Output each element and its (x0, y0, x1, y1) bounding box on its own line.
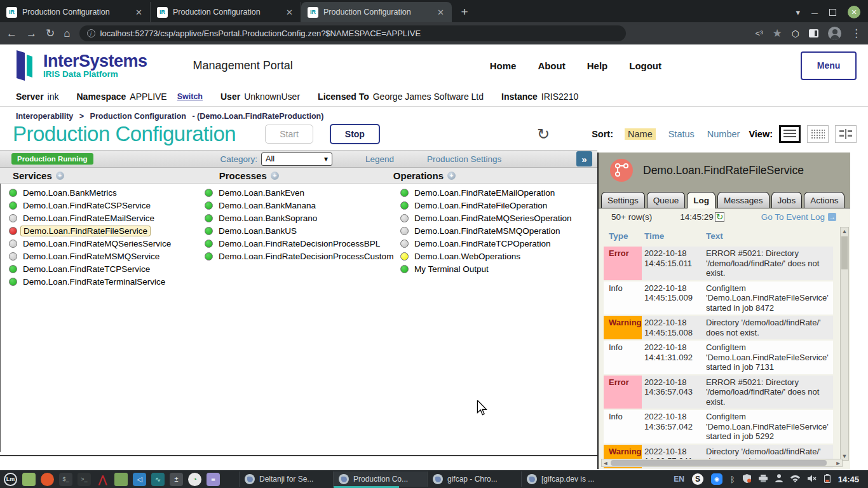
service-item[interactable]: Demo.Loan.FindRateEMailService (9, 212, 200, 224)
scroll-up-icon[interactable] (841, 227, 848, 235)
production-settings-link[interactable]: Production Settings (427, 154, 501, 164)
vertical-scroll-thumb[interactable] (841, 236, 848, 269)
item-name[interactable]: Demo.Loan.FindRateDecisionProcessCustom (219, 252, 393, 261)
firefox-launcher-icon[interactable] (41, 473, 54, 486)
sort-option[interactable]: Status (668, 129, 695, 139)
tab-search-chevron-icon[interactable] (796, 8, 800, 17)
item-name[interactable]: Demo.Loan.BankUS (219, 226, 297, 236)
back-icon[interactable]: ← (6, 27, 17, 40)
mint-menu-icon[interactable]: Lm (4, 473, 17, 486)
profile-avatar[interactable] (828, 27, 841, 40)
process-item[interactable]: Demo.Loan.BankManana (205, 199, 395, 212)
operation-item[interactable]: My Terminal Output (400, 262, 591, 275)
shield-icon[interactable] (743, 474, 751, 485)
browser-menu-icon[interactable]: ⋮ (851, 27, 862, 40)
taskbar-window-button[interactable]: Deltanji for Se... (239, 471, 333, 487)
zoom-tray-icon[interactable]: ◉ (711, 473, 722, 485)
item-name[interactable]: Demo.Loan.FindRateTCPService (23, 264, 150, 274)
forward-icon[interactable]: → (26, 27, 37, 40)
panel-tab[interactable]: Actions (804, 192, 844, 208)
category-select[interactable]: All (261, 152, 332, 166)
scroll-right-icon[interactable] (834, 459, 842, 466)
item-name[interactable]: Demo.Loan.BankEven (219, 188, 304, 198)
process-item[interactable]: Demo.Loan.BankSoprano (205, 212, 395, 224)
item-name[interactable]: Demo.Loan.FindRateTCPOperation (414, 239, 551, 248)
stop-button[interactable]: Stop (330, 124, 380, 144)
service-item[interactable]: Demo.Loan.FindRateCSPService (9, 199, 200, 212)
taskbar-clock[interactable]: 14:45 (838, 475, 859, 484)
vscode-icon[interactable]: ◁ (133, 473, 146, 486)
printer-icon[interactable] (759, 475, 768, 484)
log-row[interactable]: Error 2022-10-18 14:36:57.043 ERROR #502… (604, 376, 833, 410)
browser-tab[interactable]: IR Production Configuration (0, 2, 151, 22)
panel-tab[interactable]: Messages (717, 192, 770, 208)
item-name[interactable]: Demo.Loan.FindRateDecisionProcessBPL (219, 239, 380, 248)
tab-close-icon[interactable] (134, 8, 144, 17)
process-item[interactable]: Demo.Loan.BankUS (205, 224, 395, 237)
item-name[interactable]: Demo.Loan.FindRateTerminalService (23, 277, 165, 287)
panel-tab[interactable]: Queue (647, 192, 686, 208)
process-item[interactable]: Demo.Loan.BankEven (205, 186, 395, 199)
operation-item[interactable]: Demo.Loan.FindRateMSMQOperation (400, 224, 591, 237)
window-restore-button[interactable] (829, 9, 836, 16)
sort-option[interactable]: Name (625, 128, 656, 140)
taskbar-window-button[interactable]: [gifcap.dev is ... (521, 471, 615, 487)
service-item[interactable]: Demo.Loan.FindRateTerminalService (9, 275, 200, 288)
go-to-event-log-link[interactable]: Go To Event Log (761, 212, 836, 222)
skype-tray-icon[interactable]: S (692, 473, 703, 485)
process-item[interactable]: Demo.Loan.FindRateDecisionProcessCustom (205, 250, 395, 262)
side-panel-icon[interactable] (809, 29, 818, 37)
keyboard-layout-indicator[interactable]: EN (674, 475, 684, 484)
service-item[interactable]: Demo.Loan.FindRateTCPService (9, 262, 200, 275)
operation-item[interactable]: Demo.Loan.FindRateTCPOperation (400, 237, 591, 250)
battery-icon[interactable] (824, 474, 831, 485)
browser-tab[interactable]: IR Production Configuration (301, 2, 452, 22)
item-name[interactable]: Demo.Loan.FindRateMQSeriesOperation (414, 214, 572, 223)
taskbar-window-button[interactable]: gifcap - Chro... (427, 471, 521, 487)
log-vertical-scrollbar[interactable] (840, 227, 849, 461)
site-info-icon[interactable]: i (87, 29, 95, 37)
expand-panel-button[interactable]: » (576, 151, 592, 166)
item-name[interactable]: Demo.Loan.BankSoprano (219, 214, 317, 223)
user-tray-icon[interactable] (775, 474, 783, 484)
item-name[interactable]: Demo.Loan.FindRateMSMQService (23, 252, 159, 261)
window-manager-icon[interactable] (22, 473, 36, 486)
item-name[interactable]: Demo.Loan.FindRateFileService (20, 226, 151, 236)
service-item[interactable]: Demo.Loan.FindRateMSMQService (9, 250, 200, 262)
item-name[interactable]: Demo.Loan.FindRateMQSeriesService (23, 239, 171, 248)
process-item[interactable]: Demo.Loan.FindRateDecisionProcessBPL (205, 237, 395, 250)
panel-tab[interactable]: Log (687, 192, 715, 208)
tab-close-icon[interactable] (436, 8, 445, 17)
view-split-icon[interactable] (835, 125, 857, 143)
red-app-icon[interactable]: ⋀ (96, 473, 109, 486)
browser-tab[interactable]: IR Production Configuration (151, 2, 301, 22)
operation-item[interactable]: Demo.Loan.FindRateEMailOperation (400, 186, 591, 199)
system-monitor-icon[interactable]: ◔ (188, 473, 201, 486)
item-name[interactable]: Demo.Loan.FindRateFileOperation (414, 201, 547, 210)
log-col-type[interactable]: Type (604, 229, 642, 243)
item-name[interactable]: Demo.Loan.WebOperations (414, 252, 520, 261)
portal-nav-link[interactable]: Home (490, 60, 517, 71)
reload-icon[interactable]: ↻ (46, 27, 55, 40)
log-horizontal-scrollbar[interactable] (601, 459, 843, 467)
breadcrumb-page[interactable]: Production Configuration (90, 112, 186, 121)
operation-item[interactable]: Demo.Loan.WebOperations (400, 250, 591, 262)
log-refresh-icon[interactable] (715, 212, 725, 222)
log-row[interactable]: Info 2022-10-18 14:45:15.009 ConfigItem … (604, 281, 833, 316)
terminal-alt-icon[interactable]: >_ (78, 473, 91, 486)
operation-item[interactable]: Demo.Loan.FindRateFileOperation (400, 199, 591, 212)
url-input[interactable]: i localhost:52773/csp/applive/EnsPortal.… (79, 25, 626, 41)
extensions-puzzle-icon[interactable]: ⬡ (792, 29, 799, 39)
portal-nav-link[interactable]: Logout (629, 60, 661, 71)
panel-tab[interactable]: Jobs (771, 192, 803, 208)
notes-icon[interactable]: ≡ (207, 473, 220, 486)
service-item[interactable]: Demo.Loan.FindRateMQSeriesService (9, 237, 200, 250)
item-name[interactable]: Demo.Loan.BankManana (219, 201, 316, 210)
item-name[interactable]: My Terminal Output (414, 264, 489, 274)
sort-option[interactable]: Number (707, 129, 740, 139)
portal-nav-link[interactable]: Help (587, 60, 608, 71)
taskbar-window-button[interactable]: Production Co... (333, 471, 427, 487)
bookmark-star-icon[interactable]: ★ (773, 27, 782, 40)
waveform-app-icon[interactable]: ∿ (151, 473, 165, 486)
share-icon[interactable]: <³ (756, 29, 763, 38)
